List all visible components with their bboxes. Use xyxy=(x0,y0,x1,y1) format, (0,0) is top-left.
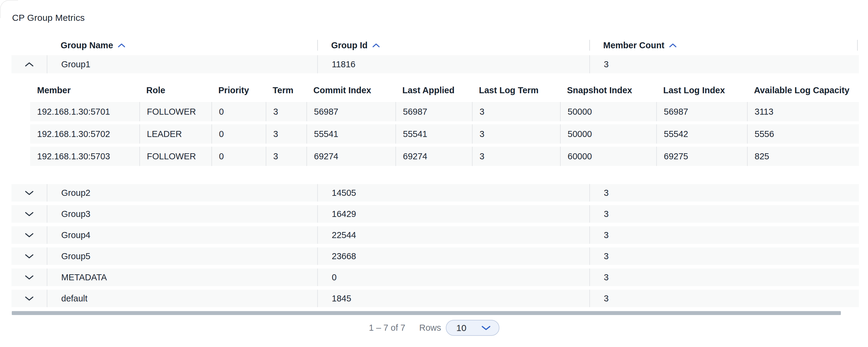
rows-per-page-value: 10 xyxy=(456,323,466,333)
horizontal-scrollbar[interactable] xyxy=(12,311,841,315)
column-header-label: Group Name xyxy=(61,40,113,50)
member-table-row: 192.168.1.30:5703 FOLLOWER 0 3 69274 692… xyxy=(30,147,859,166)
table-row-group5[interactable]: Group5 23668 3 xyxy=(11,248,859,265)
chevron-down-icon xyxy=(25,211,34,216)
snapshot-index-cell: 50000 xyxy=(560,124,656,144)
expand-row-button[interactable] xyxy=(11,268,47,286)
column-header-member-count[interactable]: Member Count xyxy=(589,38,859,53)
chevron-down-icon xyxy=(25,191,34,196)
member-column-header: Commit Index xyxy=(306,85,395,95)
last-log-term-cell: 3 xyxy=(472,102,560,121)
last-log-index-cell: 55542 xyxy=(656,124,747,144)
rows-per-page-label: Rows xyxy=(419,320,441,336)
member-table-header: Member Role Priority Term Commit Index L… xyxy=(30,82,859,99)
available-log-capacity-cell: 825 xyxy=(747,147,859,166)
member-column-header: Last Log Term xyxy=(472,85,560,95)
chevron-up-icon xyxy=(25,62,34,67)
group-name-cell: Group1 xyxy=(47,55,317,73)
table-row-group4[interactable]: Group4 22544 3 xyxy=(11,226,859,244)
group-name-cell: Group4 xyxy=(47,226,317,244)
page-title: CP Group Metrics xyxy=(12,13,85,23)
commit-index-cell: 56987 xyxy=(306,102,395,121)
last-applied-cell: 56987 xyxy=(395,102,472,121)
group-name-cell: Group5 xyxy=(47,248,317,265)
role-cell: LEADER xyxy=(140,124,211,144)
last-log-term-cell: 3 xyxy=(472,124,560,144)
column-header-group-name[interactable]: Group Name xyxy=(47,38,317,53)
last-applied-cell: 69274 xyxy=(395,147,472,166)
group-name-cell: Group3 xyxy=(47,205,317,223)
last-applied-cell: 55541 xyxy=(395,124,472,144)
expand-row-button[interactable] xyxy=(11,290,47,307)
expand-row-button[interactable] xyxy=(11,248,47,265)
member-count-cell: 3 xyxy=(589,184,859,202)
member-column-header: Term xyxy=(266,85,306,95)
chevron-down-icon xyxy=(25,275,34,280)
priority-cell: 0 xyxy=(211,124,266,144)
member-column-header: Role xyxy=(140,85,211,95)
member-column-header: Snapshot Index xyxy=(560,85,656,95)
sort-ascending-icon[interactable] xyxy=(669,43,677,48)
cp-group-metrics-panel: CP Group Metrics Group Name Group Id Mem… xyxy=(0,0,868,347)
group-table-header: Group Name Group Id Member Count xyxy=(11,38,859,53)
chevron-down-icon xyxy=(25,233,34,238)
member-count-cell: 3 xyxy=(589,290,859,307)
snapshot-index-cell: 50000 xyxy=(560,102,656,121)
expand-row-button[interactable] xyxy=(11,226,47,244)
term-cell: 3 xyxy=(266,102,306,121)
member-address-cell: 192.168.1.30:5701 xyxy=(30,102,140,121)
column-header-group-id[interactable]: Group Id xyxy=(317,38,589,53)
member-count-cell: 3 xyxy=(589,205,859,223)
member-address-cell: 192.168.1.30:5703 xyxy=(30,147,140,166)
expand-row-button[interactable] xyxy=(11,184,47,202)
group-id-cell: 22544 xyxy=(317,226,589,244)
commit-index-cell: 55541 xyxy=(306,124,395,144)
term-cell: 3 xyxy=(266,124,306,144)
available-log-capacity-cell: 5556 xyxy=(747,124,859,144)
sort-ascending-icon[interactable] xyxy=(372,43,380,48)
column-header-label: Group Id xyxy=(331,40,368,50)
priority-cell: 0 xyxy=(211,102,266,121)
table-row-default[interactable]: default 1845 3 xyxy=(11,290,859,307)
group-name-cell: default xyxy=(47,290,317,307)
member-count-cell: 3 xyxy=(589,226,859,244)
available-log-capacity-cell: 3113 xyxy=(747,102,859,121)
group-id-cell: 16429 xyxy=(317,205,589,223)
expander-column-header xyxy=(11,38,47,53)
member-count-cell: 3 xyxy=(589,248,859,265)
priority-cell: 0 xyxy=(211,147,266,166)
table-row-group3[interactable]: Group3 16429 3 xyxy=(11,205,859,223)
chevron-down-icon xyxy=(25,254,34,259)
member-count-cell: 3 xyxy=(589,55,859,73)
table-row-metadata[interactable]: METADATA 0 3 xyxy=(11,268,859,286)
group-id-cell: 0 xyxy=(317,268,589,286)
role-cell: FOLLOWER xyxy=(140,147,211,166)
member-column-header: Last Log Index xyxy=(656,85,747,95)
commit-index-cell: 69274 xyxy=(306,147,395,166)
chevron-down-icon xyxy=(481,325,491,331)
term-cell: 3 xyxy=(266,147,306,166)
member-column-header: Last Applied xyxy=(395,85,472,95)
group-id-cell: 1845 xyxy=(317,290,589,307)
collapse-row-button[interactable] xyxy=(11,55,47,73)
expand-row-button[interactable] xyxy=(11,205,47,223)
group-id-cell: 14505 xyxy=(317,184,589,202)
last-log-index-cell: 69275 xyxy=(656,147,747,166)
table-row-group1[interactable]: Group1 11816 3 xyxy=(11,55,859,73)
member-column-header: Member xyxy=(30,85,140,95)
member-table-row: 192.168.1.30:5701 FOLLOWER 0 3 56987 569… xyxy=(30,102,859,121)
member-address-cell: 192.168.1.30:5702 xyxy=(30,124,140,144)
table-row-group2[interactable]: Group2 14505 3 xyxy=(11,184,859,202)
member-table-row: 192.168.1.30:5702 LEADER 0 3 55541 55541… xyxy=(30,124,859,144)
chevron-down-icon xyxy=(25,296,34,301)
sort-ascending-icon[interactable] xyxy=(118,43,125,48)
last-log-index-cell: 56987 xyxy=(656,102,747,121)
column-header-label: Member Count xyxy=(603,40,664,50)
group-id-cell: 23668 xyxy=(317,248,589,265)
group-name-cell: Group2 xyxy=(47,184,317,202)
member-column-header: Available Log Capacity xyxy=(747,85,859,95)
rows-per-page-select[interactable]: 10 xyxy=(446,320,499,336)
role-cell: FOLLOWER xyxy=(140,102,211,121)
last-log-term-cell: 3 xyxy=(472,147,560,166)
snapshot-index-cell: 60000 xyxy=(560,147,656,166)
